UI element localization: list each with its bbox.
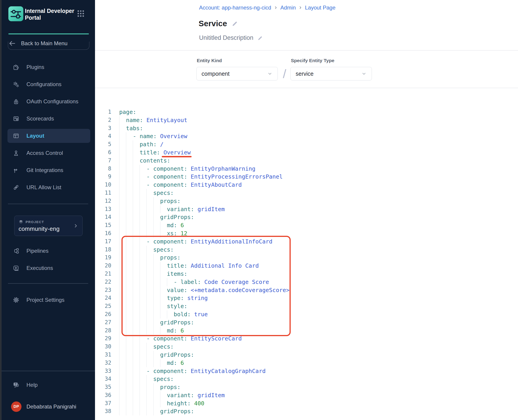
line-number: 19 — [99, 254, 111, 262]
indent-guide — [119, 310, 119, 318]
indent-guide — [146, 254, 147, 262]
indent-guide — [119, 351, 119, 359]
code-line: 7 contents: — [99, 157, 518, 165]
line-number: 6 — [99, 149, 111, 157]
indent-guide — [140, 399, 140, 408]
form-divider — [95, 88, 518, 88]
sidebar-item-pipelines[interactable]: Pipelines — [8, 244, 90, 258]
indent-guide — [140, 262, 140, 270]
line-number: 20 — [99, 262, 111, 270]
sidebar-item-configurations[interactable]: Configurations — [8, 77, 90, 91]
code-line: 10 - component: EntityAboutCard — [99, 181, 518, 189]
entity-kind-select[interactable]: component — [196, 67, 278, 81]
chevron-down-icon — [267, 71, 273, 76]
indent-guide — [153, 318, 154, 327]
sidebar-item-oauth-configurations[interactable]: OAuth Configurations — [8, 95, 90, 108]
indent-guide — [140, 375, 140, 383]
indent-guide — [153, 407, 154, 415]
entity-kind-value: component — [202, 71, 267, 77]
indent-guide — [119, 140, 119, 149]
indent-guide — [140, 213, 140, 221]
indent-guide — [146, 197, 147, 205]
gear-icon — [12, 296, 20, 304]
sidebar-item-executions[interactable]: Executions — [8, 261, 90, 275]
indent-guide — [119, 132, 119, 140]
sidebar-item-label: Scorecards — [26, 115, 54, 122]
indent-guide — [140, 286, 140, 294]
app-title: Internal Developer Portal — [25, 8, 75, 21]
indent-guide — [146, 399, 147, 408]
puzzle-icon — [12, 63, 20, 71]
indent-guide — [140, 246, 140, 254]
code-line: 20 title: Additional Info Card — [99, 262, 518, 270]
sidebar-item-scorecards[interactable]: Scorecards — [8, 112, 90, 126]
code-line: 35 props: — [99, 383, 518, 391]
code-line: 1page: — [99, 108, 518, 116]
indent-guide — [146, 351, 147, 359]
indent-guide — [153, 262, 154, 270]
code-line: 17 - component: EntityAdditionalInfoCard — [99, 238, 518, 246]
indent-guide — [146, 375, 147, 383]
indent-guide — [146, 343, 147, 351]
sidebar-divider — [2, 371, 95, 371]
indent-guide — [140, 254, 140, 262]
sidebar-item-plugins[interactable]: Plugins — [8, 60, 90, 74]
entity-type-select[interactable]: service — [290, 67, 372, 81]
layers-icon — [19, 219, 23, 224]
sidebar-item-git-integrations[interactable]: Git Integrations — [8, 163, 90, 177]
code-line: 4 - name: Overview — [99, 132, 518, 140]
code-line: 30 specs: — [99, 343, 518, 351]
indent-guide — [146, 221, 147, 229]
indent-guide — [160, 302, 160, 310]
indent-guide — [119, 205, 119, 213]
project-selector[interactable]: PROJECT community-eng — [14, 216, 83, 236]
sidebar-item-project-settings[interactable]: Project Settings — [8, 293, 90, 307]
code-line: 23 value: <+metadata.codeCoverageScore> — [99, 286, 518, 294]
indent-guide — [119, 165, 119, 173]
user-menu[interactable]: DP Debabrata Panigrahi — [11, 401, 76, 412]
indent-guide — [160, 221, 160, 229]
indent-guide — [140, 407, 140, 415]
sidebar-item-layout[interactable]: Layout — [8, 129, 90, 143]
indent-guide — [140, 181, 140, 189]
line-number: 15 — [99, 221, 111, 229]
indent-guide — [160, 229, 160, 238]
indent-guide — [153, 383, 154, 391]
edit-description-pencil-icon[interactable] — [257, 35, 263, 41]
sidebar-item-url-allow-list[interactable]: URL Allow List — [8, 180, 90, 195]
breadcrumb-link[interactable]: Layout Page — [305, 5, 335, 11]
indent-guide — [153, 294, 154, 302]
sidebar-item-label: Access Control — [26, 150, 63, 156]
breadcrumb-link[interactable]: Admin — [281, 5, 296, 11]
indent-guide — [119, 189, 119, 197]
project-name: community-eng — [19, 225, 73, 232]
sidebar: Internal Developer Portal Back to Main M… — [0, 0, 95, 420]
sidebar-item-help[interactable]: ?Help — [8, 378, 90, 392]
breadcrumb-link[interactable]: Account: app-harness-ng-cicd — [199, 5, 271, 11]
sidebar-nav-settings: Project Settings — [8, 293, 90, 307]
sidebar-item-label: Git Integrations — [26, 167, 63, 173]
sidebar-item-access-control[interactable]: Access Control — [8, 146, 90, 160]
indent-guide — [153, 229, 154, 238]
sidebar-nav-project: PipelinesExecutions — [8, 244, 90, 275]
header-divider — [95, 50, 518, 51]
indent-guide — [146, 278, 147, 286]
indent-guide — [153, 221, 154, 229]
apps-grid-icon[interactable] — [77, 10, 84, 17]
indent-guide — [119, 116, 119, 124]
indent-guide — [160, 359, 160, 367]
code-line: 5 path: / — [99, 140, 518, 149]
back-to-main-menu-button[interactable]: Back to Main Menu — [8, 37, 89, 50]
indent-guide — [153, 270, 154, 278]
breadcrumb: Account: app-harness-ng-cicd›Admin›Layou… — [199, 5, 335, 11]
indent-guide — [140, 383, 140, 391]
sidebar-item-label: Help — [26, 382, 38, 388]
edit-title-pencil-icon[interactable] — [232, 20, 238, 27]
indent-guide — [119, 302, 119, 310]
line-number: 2 — [99, 116, 111, 124]
yaml-editor[interactable]: 1page:2 name: EntityLayout3 tabs:4 - nam… — [95, 108, 518, 420]
executions-icon — [12, 264, 20, 272]
sidebar-item-label: Configurations — [26, 81, 61, 88]
indent-guide — [146, 310, 147, 318]
indent-guide — [119, 262, 119, 270]
